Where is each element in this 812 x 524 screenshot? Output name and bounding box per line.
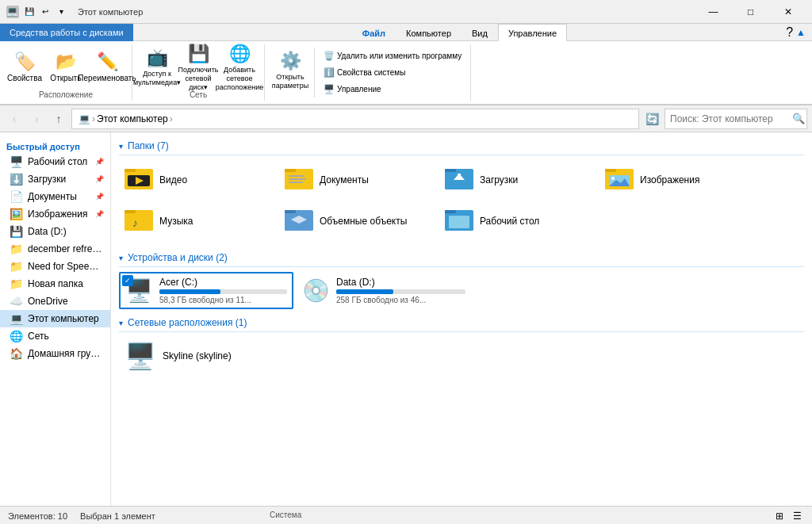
up-button[interactable]: ↑ [49,109,68,128]
ribbon-btn-open-params[interactable]: ⚙️ Открыть параметры [270,48,311,94]
search-icon[interactable]: 🔍 [792,113,805,124]
folder-desktop[interactable]: Рабочий стол [439,201,598,241]
forward-button[interactable]: › [27,109,46,128]
sidebar-dec-refresh-icon: 📁 [10,243,23,255]
ribbon-tab-manage[interactable]: Управление [498,24,567,41]
ribbon-tab-computer[interactable]: Компьютер [396,24,462,41]
network-section-header[interactable]: ▾ Сетевые расположения (1) [119,312,804,332]
svg-rect-27 [285,210,296,213]
sidebar-item-data-d[interactable]: 💾 Data (D:) [0,223,110,240]
folders-section-header[interactable]: ▾ Папки (7) [119,136,804,155]
ribbon-btn-open[interactable]: 📂 Открыть [46,44,86,90]
svg-rect-9 [289,178,306,180]
ribbon-btn-multimedia[interactable]: 📺 Доступ к мультимедиа▾ [137,44,177,90]
sidebar-item-onedrive[interactable]: ☁️ OneDrive [0,293,110,310]
path-icon: 💻 [79,113,90,124]
address-path[interactable]: 💻 › Этот компьютер › [71,109,639,129]
svg-rect-17 [605,169,616,172]
sidebar-item-home-group[interactable]: 🏠 Домашняя группа [0,345,110,362]
sidebar-documents-icon: 📄 [10,190,23,203]
folder-video[interactable]: Видео [119,160,278,200]
drive-d-info: Data (D:) 258 ГБ свободно из 46... [336,277,465,304]
folders-section-label: Папки (7) [128,140,169,151]
drive-d-item[interactable]: 💿 Data (D:) 258 ГБ свободно из 46... [297,272,471,309]
sidebar-item-new-folder[interactable]: 📁 Новая папка [0,275,110,293]
minimize-button[interactable]: — [695,0,731,24]
devices-section-header[interactable]: ▾ Устройства и диски (2) [119,247,804,267]
folders-grid: Видео Документы Загрузки Изображения [119,160,804,241]
view-list-button[interactable]: ☰ [790,509,804,523]
quick-access-toolbar: 💾 ↩ ▾ [22,5,68,19]
documents-folder-icon [285,164,313,196]
ribbon-toggle[interactable]: ▲ [796,27,806,38]
ribbon-group-system: ⚙️ Открыть параметры 🗑️ Удалить или изме… [265,44,471,101]
folder-images[interactable]: Изображения [599,160,758,200]
ribbon-btn-net-drive[interactable]: 💾 Подключить сетевой диск▾ [178,44,218,90]
folder-downloads[interactable]: Загрузки [439,160,598,200]
back-button[interactable]: ‹ [5,109,24,128]
sidebar-network-icon: 🌐 [10,330,23,342]
network-chevron-icon: ▾ [119,319,123,327]
sidebar-data-d-icon: 💾 [10,225,23,238]
ribbon-btn-rename[interactable]: ✏️ Переименовать [87,44,127,90]
sidebar-item-images[interactable]: 🖼️ Изображения 📌 [0,205,110,223]
search-input[interactable] [670,113,789,124]
drive-c-bar-fill [159,289,220,294]
pin-icon-3: 📌 [95,193,104,201]
ribbon-group-network: 📺 Доступ к мультимедиа▾ 💾 Подключить сет… [132,44,265,101]
folder-music[interactable]: ♪ Музыка [119,201,278,241]
drive-c-checkbox: ✓ [122,275,133,286]
folders-chevron-icon: ▾ [119,142,123,151]
window-title: Этот компьютер [78,7,143,17]
items-count: Элементов: 10 [8,511,67,521]
qat-dropdown[interactable]: ▾ [54,5,68,19]
network-skyline[interactable]: 🖥️ Skyline (skyline) [119,337,278,375]
refresh-button[interactable]: 🔄 [642,109,661,128]
ribbon-btn-uninstall[interactable]: 🗑️ Удалить или изменить программу [320,48,465,63]
3d-folder-icon [285,205,313,237]
sidebar-item-this-pc[interactable]: 💻 Этот компьютер [0,310,110,327]
title-bar-left: 💻 💾 ↩ ▾ Этот компьютер [6,5,143,19]
maximize-button[interactable]: □ [733,0,768,24]
ribbon-group-system-label: Система [270,511,301,521]
sidebar-item-downloads[interactable]: ⬇️ Загрузки 📌 [0,170,110,188]
multimedia-icon: 📺 [147,48,168,68]
manage-icon: 🖥️ [324,84,335,94]
skyline-icon: 🖥️ [124,341,156,371]
svg-rect-10 [289,182,303,183]
svg-rect-23 [124,210,136,213]
drive-d-bar-bg [336,289,465,294]
ribbon-tab-file[interactable]: Файл [352,24,396,41]
ribbon-btn-sys-props[interactable]: ℹ️ Свойства системы [320,65,465,80]
qat-save[interactable]: 💾 [22,5,36,19]
qat-undo[interactable]: ↩ [38,5,52,19]
help-button[interactable]: ? [786,25,793,40]
ribbon-btn-add-net[interactable]: 🌐 Добавить сетевое расположение [220,44,259,90]
ribbon-btn-manage[interactable]: 🖥️ Управление [320,82,465,97]
ribbon-tab-view[interactable]: Вид [462,24,498,41]
sidebar-item-desktop[interactable]: 🖥️ Рабочий стол 📌 [0,153,110,170]
status-view-controls: ⊞ ☰ [772,509,804,523]
view-icons-button[interactable]: ⊞ [772,509,787,523]
svg-rect-7 [285,172,313,189]
uninstall-icon: 🗑️ [324,51,335,61]
images-folder-icon [605,164,634,196]
pin-icon: 📌 [95,158,104,166]
title-bar: 💻 💾 ↩ ▾ Этот компьютер — □ ✕ [0,0,812,24]
status-bar: Элементов: 10 Выбран 1 элемент ⊞ ☰ [0,506,812,524]
folder-3d[interactable]: Объемные объекты [279,201,438,241]
ribbon-btn-properties[interactable]: 🏷️ Свойства [5,44,44,90]
drive-c-item[interactable]: ✓ 🖥️ Acer (C:) 58,3 ГБ свободно из 11... [119,272,293,309]
sidebar-item-documents[interactable]: 📄 Документы 📌 [0,188,110,205]
close-button[interactable]: ✕ [770,0,806,24]
pin-icon-2: 📌 [95,175,104,183]
sidebar-item-network[interactable]: 🌐 Сеть [0,327,110,345]
sidebar-item-dec-refresh[interactable]: 📁 december refresh 2 [0,240,110,258]
folder-documents[interactable]: Документы [279,160,438,200]
svg-rect-15 [458,174,461,180]
open-icon: 📂 [56,52,77,72]
rename-icon: ✏️ [97,52,118,72]
sidebar-item-nfs[interactable]: 📁 Need for Speed Mo [0,258,110,275]
ribbon-group-network-buttons: 📺 Доступ к мультимедиа▾ 💾 Подключить сет… [137,44,259,90]
sidebar-quick-access-label[interactable]: Быстрый доступ [0,137,110,153]
